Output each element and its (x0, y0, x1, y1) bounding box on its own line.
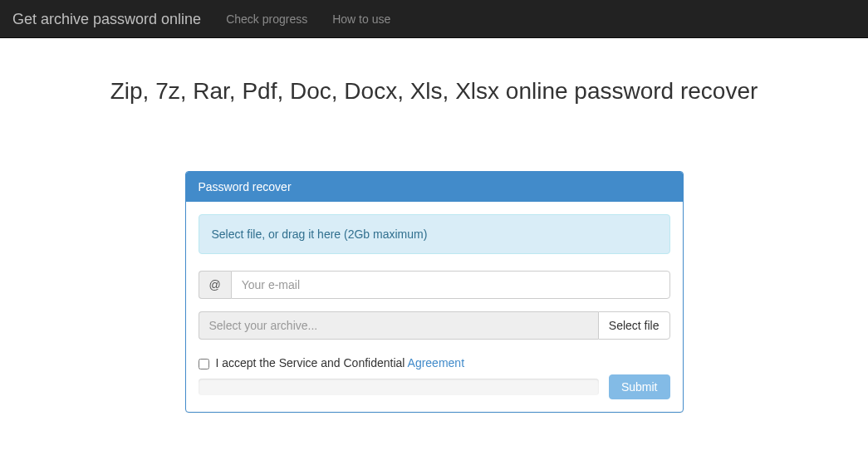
select-file-button[interactable]: Select file (598, 311, 670, 340)
upload-progress-bar (199, 379, 599, 395)
agreement-row: I accept the Service and Confidential Ag… (199, 356, 670, 369)
agreement-text: I accept the Service and Confidential (215, 356, 407, 369)
agreement-checkbox[interactable] (199, 359, 209, 369)
panel-body: Select file, or drag it here (2Gb maximu… (186, 202, 683, 412)
agreement-label[interactable]: I accept the Service and Confidential Ag… (199, 356, 465, 369)
main-content: Zip, 7z, Rar, Pdf, Doc, Docx, Xls, Xlsx … (0, 38, 868, 446)
archive-select-group: Select your archive... Select file (199, 311, 670, 340)
nav-link-how-to-use[interactable]: How to use (320, 0, 403, 38)
archive-path-display: Select your archive... (199, 311, 598, 340)
submit-button[interactable]: Submit (609, 374, 670, 399)
navbar-brand[interactable]: Get archive password online (10, 0, 213, 38)
panel-title: Password recover (186, 172, 683, 202)
email-field[interactable] (231, 271, 670, 299)
navbar: Get archive password online Check progre… (0, 0, 868, 38)
nav-link-check-progress[interactable]: Check progress (213, 0, 320, 38)
password-recover-panel: Password recover Select file, or drag it… (185, 171, 684, 413)
email-input-group: @ (199, 271, 670, 299)
page-headline: Zip, 7z, Rar, Pdf, Doc, Docx, Xls, Xlsx … (12, 78, 856, 105)
file-dropzone[interactable]: Select file, or drag it here (2Gb maximu… (199, 214, 670, 254)
at-icon: @ (199, 271, 231, 299)
agreement-link[interactable]: Agreement (408, 356, 464, 369)
submit-row: Submit (199, 374, 670, 399)
